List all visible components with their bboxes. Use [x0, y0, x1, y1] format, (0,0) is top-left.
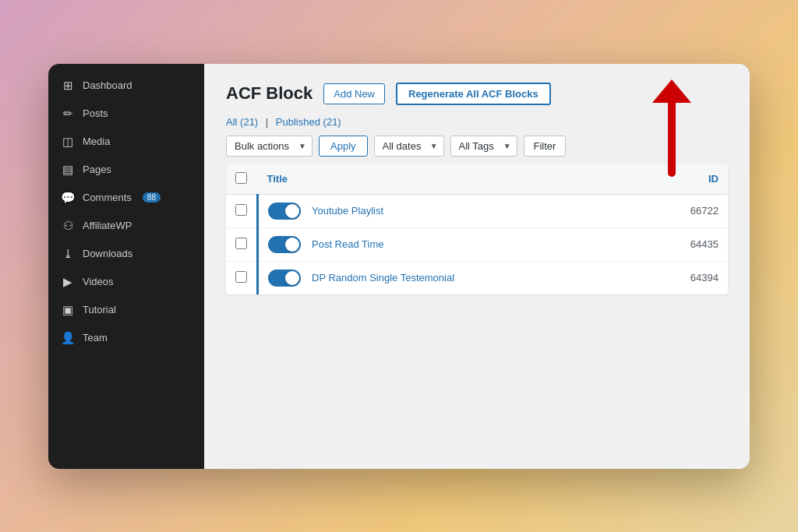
row-id: 66722	[641, 194, 728, 227]
sidebar-item-downloads[interactable]: ⤓ Downloads	[48, 240, 204, 268]
row-inner: Youtube Playlist	[268, 203, 631, 220]
sidebar-item-dashboard[interactable]: ⊞ Dashboard	[48, 72, 204, 100]
toggle-knob	[285, 271, 299, 285]
row-toggle[interactable]	[268, 203, 301, 220]
sidebar-item-label: Downloads	[83, 248, 132, 259]
row-inner: Post Read Time	[268, 236, 631, 253]
add-new-button[interactable]: Add New	[323, 83, 385, 104]
status-separator: |	[266, 116, 268, 128]
tutorial-icon: ▣	[61, 303, 75, 317]
table-row: DP Random Single Testemonial 64394	[226, 261, 728, 294]
sidebar: ⊞ Dashboard ✏ Posts ◫ Media ▤ Pages 💬 Co…	[48, 64, 204, 469]
row-title-cell: DP Random Single Testemonial	[258, 261, 641, 294]
row-toggle[interactable]	[268, 236, 301, 253]
apply-button[interactable]: Apply	[319, 136, 368, 157]
row-checkbox-cell	[226, 227, 258, 261]
row-title[interactable]: Post Read Time	[312, 238, 384, 250]
filter-button[interactable]: Filter	[524, 136, 567, 157]
main-content: ACF Block Add New Regenerate All ACF Blo…	[204, 64, 750, 469]
tags-wrap: All Tags ▼	[450, 136, 517, 157]
sidebar-item-label: Team	[83, 332, 108, 344]
affiliatewp-icon: ⚇	[61, 219, 75, 233]
wp-admin-container: ⊞ Dashboard ✏ Posts ◫ Media ▤ Pages 💬 Co…	[48, 64, 750, 469]
th-checkbox	[226, 164, 258, 195]
sidebar-item-label: Pages	[83, 164, 111, 175]
posts-icon: ✏	[61, 107, 75, 121]
row-checkbox[interactable]	[235, 204, 247, 216]
sidebar-item-label: Posts	[83, 107, 108, 119]
sidebar-item-label: Comments	[83, 192, 132, 203]
sidebar-item-label: Videos	[83, 276, 114, 287]
dates-select[interactable]: All dates	[374, 136, 444, 157]
sidebar-item-label: Media	[83, 136, 110, 147]
downloads-icon: ⤓	[61, 247, 75, 261]
page-title: ACF Block	[226, 83, 312, 104]
row-checkbox-cell	[226, 194, 258, 227]
sidebar-item-tutorial[interactable]: ▣ Tutorial	[48, 296, 204, 324]
comments-icon: 💬	[61, 191, 75, 205]
select-all-checkbox[interactable]	[235, 172, 247, 184]
table-row: Youtube Playlist 66722	[226, 194, 728, 227]
acf-blocks-table: Title ID Youtube Playlist	[226, 164, 728, 294]
sidebar-item-posts[interactable]: ✏ Posts	[48, 100, 204, 128]
bulk-actions-wrap: Bulk actions ▼	[226, 136, 312, 157]
media-icon: ◫	[61, 135, 75, 149]
published-status-link[interactable]: Published (21)	[276, 116, 341, 128]
tags-select[interactable]: All Tags	[450, 136, 517, 157]
sidebar-item-team[interactable]: 👤 Team	[48, 324, 204, 352]
row-title-cell: Post Read Time	[258, 227, 641, 261]
comments-badge: 88	[143, 192, 161, 203]
bulk-actions-select[interactable]: Bulk actions	[226, 136, 312, 157]
row-title[interactable]: Youtube Playlist	[312, 205, 383, 217]
row-title[interactable]: DP Random Single Testemonial	[312, 272, 454, 284]
row-checkbox[interactable]	[235, 238, 247, 249]
dashboard-icon: ⊞	[61, 79, 75, 93]
table-row: Post Read Time 64435	[226, 227, 728, 261]
sidebar-item-videos[interactable]: ▶ Videos	[48, 268, 204, 296]
toggle-knob	[285, 204, 299, 218]
page-header: ACF Block Add New Regenerate All ACF Blo…	[226, 83, 728, 105]
th-title: Title	[258, 164, 641, 195]
all-status-link[interactable]: All (21)	[226, 116, 261, 128]
status-bar: All (21) | Published (21)	[226, 116, 728, 128]
sidebar-item-media[interactable]: ◫ Media	[48, 128, 204, 156]
sidebar-item-label: Tutorial	[83, 304, 116, 315]
toggle-knob	[285, 238, 299, 252]
team-icon: 👤	[61, 331, 75, 345]
sidebar-item-comments[interactable]: 💬 Comments 88	[48, 184, 204, 212]
dates-wrap: All dates ▼	[374, 136, 444, 157]
pages-icon: ▤	[61, 163, 75, 177]
th-id: ID	[641, 164, 728, 195]
row-title-cell: Youtube Playlist	[258, 194, 641, 227]
row-toggle[interactable]	[268, 270, 301, 287]
row-checkbox-cell	[226, 261, 258, 294]
filter-row: Bulk actions ▼ Apply All dates ▼ All Tag…	[226, 136, 728, 157]
row-id: 64435	[641, 227, 728, 261]
sidebar-item-pages[interactable]: ▤ Pages	[48, 156, 204, 184]
table-header-row: Title ID	[226, 164, 728, 195]
sidebar-item-label: Dashboard	[83, 79, 132, 91]
row-inner: DP Random Single Testemonial	[268, 270, 631, 287]
row-checkbox[interactable]	[235, 271, 247, 283]
regenerate-button[interactable]: Regenerate All ACF Blocks	[396, 83, 551, 105]
sidebar-item-label: AffiliateWP	[83, 220, 132, 231]
videos-icon: ▶	[61, 275, 75, 289]
sidebar-item-affiliatewp[interactable]: ⚇ AffiliateWP	[48, 212, 204, 240]
row-id: 64394	[641, 261, 728, 294]
